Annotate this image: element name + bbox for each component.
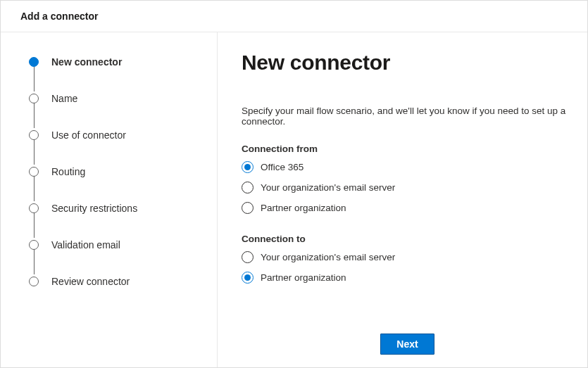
wizard-step-label: Validation email: [51, 239, 120, 250]
page-description: Specify your mail flow scenario, and we'…: [242, 106, 573, 127]
dialog-body: New connectorNameUse of connectorRouting…: [1, 32, 587, 367]
dialog-header: Add a connector: [1, 1, 587, 32]
dialog-footer: Next: [242, 326, 573, 367]
wizard-step[interactable]: Validation email: [29, 238, 217, 252]
connection-to-option[interactable]: Partner organization: [242, 272, 573, 284]
wizard-steps-list: New connectorNameUse of connectorRouting…: [29, 55, 217, 288]
step-connector-line: [34, 65, 35, 91]
wizard-step-label: Security restrictions: [51, 203, 137, 214]
wizard-step[interactable]: Use of connector: [29, 128, 217, 142]
connection-from-option[interactable]: Partner organization: [242, 202, 573, 214]
step-connector-line: [34, 138, 35, 165]
connection-from-group: Office 365Your organization's email serv…: [242, 161, 573, 214]
connection-from-label: Connection from: [242, 144, 573, 154]
wizard-step-label: Name: [51, 93, 77, 104]
connection-to-option[interactable]: Your organization's email server: [242, 251, 573, 263]
step-circle-icon: [29, 240, 39, 250]
step-circle-icon: [29, 277, 39, 286]
step-circle-icon: [29, 167, 39, 177]
connection-to-group: Your organization's email serverPartner …: [242, 251, 573, 284]
radio-icon: [242, 182, 254, 193]
step-circle-icon: [29, 57, 39, 67]
next-button[interactable]: Next: [380, 334, 434, 355]
step-circle-icon: [29, 130, 39, 140]
wizard-step-label: Use of connector: [51, 129, 126, 141]
wizard-step[interactable]: New connector: [29, 55, 217, 69]
main-panel: New connector Specify your mail flow sce…: [218, 32, 587, 367]
step-connector-line: [34, 211, 35, 238]
step-connector-line: [34, 101, 35, 128]
connection-to-option-label: Partner organization: [261, 272, 346, 283]
wizard-step[interactable]: Routing: [29, 165, 217, 179]
wizard-step[interactable]: Security restrictions: [29, 201, 217, 215]
step-connector-line: [34, 248, 35, 274]
wizard-step[interactable]: Review connector: [29, 274, 217, 288]
main-content: New connector Specify your mail flow sce…: [242, 51, 573, 326]
connection-from-option-label: Your organization's email server: [261, 182, 395, 193]
step-connector-line: [34, 175, 35, 201]
connection-from-option-label: Office 365: [261, 162, 304, 172]
wizard-step-label: Routing: [51, 166, 85, 177]
page-title: New connector: [242, 51, 573, 75]
wizard-step-label: Review connector: [51, 276, 130, 287]
wizard-step[interactable]: Name: [29, 91, 217, 106]
wizard-step-label: New connector: [51, 56, 122, 68]
connection-to-label: Connection to: [242, 234, 573, 244]
radio-icon: [242, 251, 254, 263]
connection-to-option-label: Your organization's email server: [261, 252, 395, 262]
radio-icon: [242, 161, 254, 173]
wizard-dialog: Add a connector New connectorNameUse of …: [0, 0, 588, 368]
radio-icon: [242, 272, 254, 284]
step-circle-icon: [29, 94, 39, 103]
dialog-title: Add a connector: [20, 11, 568, 22]
radio-icon: [242, 202, 254, 214]
connection-from-option-label: Partner organization: [261, 203, 346, 213]
connection-from-option[interactable]: Office 365: [242, 161, 573, 173]
wizard-sidebar: New connectorNameUse of connectorRouting…: [1, 32, 218, 367]
connection-from-option[interactable]: Your organization's email server: [242, 182, 573, 193]
step-circle-icon: [29, 203, 39, 213]
